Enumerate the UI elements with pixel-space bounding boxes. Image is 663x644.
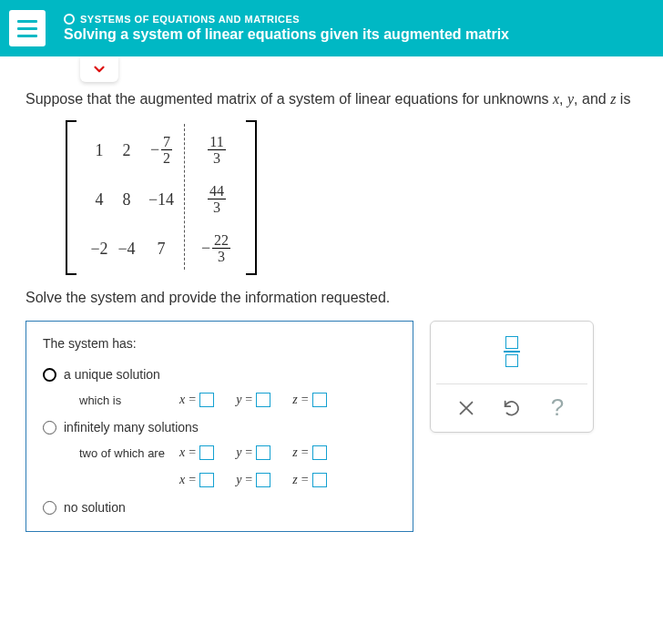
- menu-button[interactable]: [9, 10, 46, 46]
- input-inf2-z[interactable]: [312, 473, 327, 487]
- input-unique-y[interactable]: [256, 393, 270, 407]
- matrix-cell: 1: [96, 141, 104, 160]
- augmented-matrix: 1 2 − 72 113 4 8 −14: [66, 120, 257, 275]
- instruction-text: Solve the system and provide the informa…: [26, 290, 647, 306]
- answer-box: The system has: a unique solution which …: [26, 321, 413, 532]
- matrix-cell: 2: [123, 141, 131, 160]
- matrix-cell: − 223: [201, 233, 230, 264]
- sub-label-two-of-which: two of which are: [79, 446, 170, 460]
- matrix-cell: 113: [206, 135, 225, 166]
- matrix-cell: − 72: [150, 135, 172, 166]
- matrix-cell: −14: [148, 190, 174, 210]
- radio-unique-solution[interactable]: a unique solution: [43, 367, 396, 382]
- input-inf2-y[interactable]: [256, 473, 270, 487]
- radio-infinite-solutions[interactable]: infinitely many solutions: [43, 420, 396, 434]
- radio-no-solution[interactable]: no solution: [43, 500, 396, 515]
- matrix-cell: −4: [117, 240, 135, 259]
- input-inf2-x[interactable]: [199, 473, 214, 487]
- matrix-cell: 4: [96, 190, 104, 210]
- matrix-cell: 7: [158, 240, 166, 259]
- fraction-tool-button[interactable]: [496, 332, 527, 371]
- matrix-cell: 443: [206, 184, 226, 215]
- radio-icon: [43, 421, 56, 434]
- input-inf1-y[interactable]: [256, 445, 270, 460]
- breadcrumb: SYSTEMS OF EQUATIONS AND MATRICES: [80, 14, 300, 25]
- radio-label: a unique solution: [64, 367, 160, 382]
- menu-bar-icon: [17, 20, 37, 23]
- undo-icon: [502, 398, 522, 418]
- help-button[interactable]: ?: [545, 395, 570, 421]
- sub-label-which-is: which is: [79, 394, 170, 407]
- chevron-down-icon: [91, 61, 107, 77]
- fraction-icon: [504, 351, 520, 353]
- tool-panel: ?: [430, 321, 594, 433]
- fraction-icon: [505, 354, 518, 367]
- menu-bar-icon: [17, 35, 37, 37]
- input-unique-z[interactable]: [312, 393, 327, 407]
- input-inf1-x[interactable]: [199, 445, 214, 460]
- menu-bar-icon: [17, 27, 37, 30]
- radio-label: no solution: [64, 500, 126, 515]
- x-icon: [456, 398, 476, 418]
- fraction-icon: [505, 336, 518, 349]
- reset-button[interactable]: [499, 395, 525, 421]
- input-unique-x[interactable]: [199, 393, 214, 407]
- radio-icon: [43, 501, 56, 515]
- page-title: Solving a system of linear equations giv…: [64, 26, 509, 43]
- input-inf1-z[interactable]: [312, 445, 327, 460]
- matrix-cell: −2: [90, 240, 107, 259]
- answer-heading: The system has:: [43, 336, 396, 351]
- matrix-cell: 8: [123, 190, 131, 210]
- intro-text: Suppose that the augmented matrix of a s…: [26, 91, 647, 107]
- breadcrumb-icon: [64, 14, 75, 25]
- radio-icon: [43, 368, 56, 382]
- radio-label: infinitely many solutions: [64, 420, 199, 434]
- expand-toggle[interactable]: [80, 56, 118, 82]
- help-icon: ?: [551, 394, 564, 422]
- clear-button[interactable]: [454, 395, 479, 421]
